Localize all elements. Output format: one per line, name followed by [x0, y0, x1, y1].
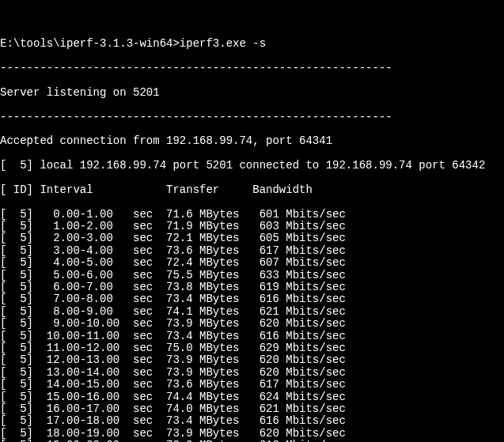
column-header: [ ID] Interval Transfer Bandwidth: [0, 184, 504, 196]
data-row: [ 5] 2.00-3.00 sec 72.1 MBytes 605 Mbits…: [0, 232, 504, 244]
data-row: [ 5] 0.00-1.00 sec 71.6 MBytes 601 Mbits…: [0, 209, 504, 221]
divider-top: ----------------------------------------…: [0, 62, 504, 74]
data-row: [ 5] 4.00-5.00 sec 72.4 MBytes 607 Mbits…: [0, 257, 504, 269]
local-line: [ 5] local 192.168.99.74 port 5201 conne…: [0, 160, 504, 172]
data-row: [ 5] 11.00-12.00 sec 75.0 MBytes 629 Mbi…: [0, 342, 504, 354]
data-row: [ 5] 10.00-11.00 sec 73.4 MBytes 616 Mbi…: [0, 331, 504, 342]
data-row: [ 5] 5.00-6.00 sec 75.5 MBytes 633 Mbits…: [0, 270, 504, 281]
data-row: [ 5] 14.00-15.00 sec 73.6 MBytes 617 Mbi…: [0, 379, 504, 391]
divider-1: ----------------------------------------…: [0, 111, 504, 123]
data-row: [ 5] 13.00-14.00 sec 73.9 MBytes 620 Mbi…: [0, 367, 504, 379]
data-row: [ 5] 9.00-10.00 sec 73.9 MBytes 620 Mbit…: [0, 318, 504, 330]
data-row: [ 5] 16.00-17.00 sec 74.0 MBytes 621 Mbi…: [0, 403, 504, 415]
data-row: [ 5] 1.00-2.00 sec 71.9 MBytes 603 Mbits…: [0, 221, 504, 232]
cmd-prompt: E:\tools\iperf-3.1.3-win64>iperf3.exe -s: [0, 38, 504, 50]
data-row: [ 5] 8.00-9.00 sec 74.1 MBytes 621 Mbits…: [0, 306, 504, 318]
data-row: [ 5] 7.00-8.00 sec 73.4 MBytes 616 Mbits…: [0, 293, 504, 305]
data-row: [ 5] 15.00-16.00 sec 74.4 MBytes 624 Mbi…: [0, 391, 504, 403]
data-row: [ 5] 17.00-18.00 sec 73.4 MBytes 616 Mbi…: [0, 415, 504, 427]
data-row: [ 5] 6.00-7.00 sec 73.8 MBytes 619 Mbits…: [0, 281, 504, 293]
data-row: [ 5] 3.00-4.00 sec 73.6 MBytes 617 Mbits…: [0, 245, 504, 257]
listen-line-1: Server listening on 5201: [0, 87, 504, 99]
data-row: [ 5] 12.00-13.00 sec 73.9 MBytes 620 Mbi…: [0, 354, 504, 366]
accepted-line: Accepted connection from 192.168.99.74, …: [0, 135, 504, 147]
data-row: [ 5] 18.00-19.00 sec 73.9 MBytes 620 Mbi…: [0, 428, 504, 440]
